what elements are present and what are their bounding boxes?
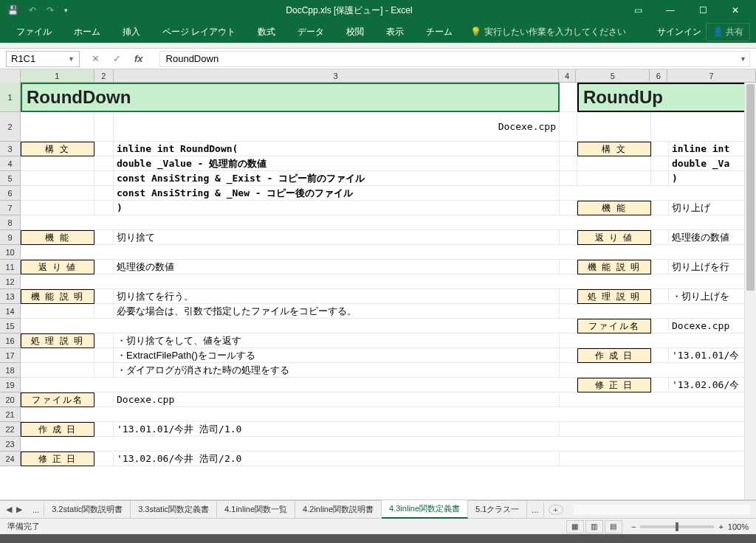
cell[interactable]	[94, 156, 114, 171]
row-header-17[interactable]: 17	[0, 348, 20, 363]
row-header-5[interactable]: 5	[0, 171, 20, 186]
col-header-4[interactable]: 4	[559, 69, 577, 82]
scrollbar-thumb[interactable]	[746, 84, 755, 291]
cell[interactable]	[651, 260, 669, 274]
cell-created[interactable]: '13.01.01/今井 浩司/1.0	[114, 422, 560, 437]
normal-view-icon[interactable]: ▦	[566, 520, 584, 533]
sheet-tab-ellipsis[interactable]: ...	[28, 502, 44, 517]
cell-syntax-0[interactable]: inline int RoundDown(	[114, 142, 560, 156]
cell[interactable]	[21, 201, 94, 215]
cell[interactable]	[560, 112, 577, 142]
row-header-23[interactable]: 23	[0, 437, 20, 452]
row-header-10[interactable]: 10	[0, 245, 20, 260]
save-icon[interactable]: 💾	[7, 5, 18, 15]
cell[interactable]	[560, 348, 577, 363]
cell[interactable]	[651, 201, 669, 215]
cell-func-r[interactable]: 切り上げ	[669, 201, 756, 215]
label-desc-right[interactable]: 機 能 説 明	[577, 260, 651, 274]
cell[interactable]	[560, 230, 577, 245]
label-ret-right[interactable]: 返 り 値	[577, 230, 651, 245]
cell[interactable]	[21, 274, 756, 289]
tab-view[interactable]: 表示	[376, 21, 414, 43]
share-button[interactable]: 👤 共有	[706, 23, 750, 41]
cell[interactable]	[21, 348, 94, 363]
cell[interactable]	[560, 422, 756, 437]
cancel-formula-icon[interactable]: ✕	[87, 52, 104, 66]
cell-file[interactable]: Docexe.cpp	[114, 112, 560, 142]
sheet-tab-0[interactable]: 3.2static関数説明書	[44, 501, 131, 518]
cell[interactable]	[560, 452, 756, 466]
label-proc-right[interactable]: 処 理 説 明	[577, 289, 651, 304]
label-syntax-left[interactable]: 構 文	[21, 142, 94, 156]
cell[interactable]	[94, 348, 114, 363]
cell[interactable]	[560, 186, 756, 201]
cell[interactable]	[94, 112, 114, 142]
tab-insert[interactable]: 挿入	[112, 21, 151, 43]
row-header-14[interactable]: 14	[0, 304, 20, 319]
cell[interactable]	[577, 156, 651, 171]
row-header-6[interactable]: 6	[0, 186, 20, 201]
cell-proc-r[interactable]: ・切り上げを	[669, 289, 756, 304]
cell[interactable]	[560, 83, 577, 112]
cell[interactable]	[21, 363, 94, 378]
cell-syntax-r3[interactable]: )	[669, 171, 756, 186]
cell[interactable]	[651, 142, 669, 156]
tab-data[interactable]: データ	[287, 21, 334, 43]
signin-link[interactable]: サインイン	[657, 26, 701, 38]
row-header-1[interactable]: 1	[0, 83, 20, 112]
cell[interactable]	[560, 363, 756, 378]
nav-next-icon[interactable]: ▶	[15, 505, 24, 514]
zoom-value[interactable]: 100%	[728, 522, 749, 531]
sheet-tab-4[interactable]: 4.3inline関数定義書	[382, 500, 468, 519]
cell-proc3[interactable]: ・ダイアログが消された時の処理をする	[114, 363, 560, 378]
cell[interactable]	[560, 304, 756, 319]
zoom-in-icon[interactable]: +	[718, 522, 723, 531]
sheet-tab-5[interactable]: 5.1クラス一	[468, 501, 527, 518]
zoom-out-icon[interactable]: −	[631, 522, 636, 531]
label-ret-left[interactable]: 返 り 値	[21, 260, 94, 274]
cell[interactable]	[560, 289, 577, 304]
sheet-tab-2[interactable]: 4.1inline関数一覧	[217, 501, 295, 518]
col-header-7[interactable]: 7	[667, 69, 756, 82]
cell[interactable]	[577, 112, 651, 142]
cell[interactable]	[21, 215, 756, 230]
cell-filename[interactable]: Docexe.cpp	[114, 392, 560, 407]
col-header-2[interactable]: 2	[94, 69, 114, 82]
cell[interactable]	[21, 407, 756, 422]
cell[interactable]	[94, 304, 114, 319]
label-syntax-right[interactable]: 構 文	[577, 142, 651, 156]
maximize-icon[interactable]: ☐	[688, 5, 718, 15]
row-header-2[interactable]: 2	[0, 112, 20, 142]
col-header-1[interactable]: 1	[21, 69, 94, 82]
cell[interactable]	[651, 378, 669, 392]
cell[interactable]	[21, 112, 94, 142]
close-icon[interactable]: ✕	[721, 5, 750, 15]
cell-title-right[interactable]: RoundUp	[577, 83, 756, 112]
page-break-view-icon[interactable]: ▤	[605, 520, 622, 533]
cell-syntax-1[interactable]: double _Value - 処理前の数値	[114, 156, 560, 171]
cell-syntax-4[interactable]: )	[114, 201, 560, 215]
tellme-search[interactable]: 💡 実行したい作業を入力してください	[464, 26, 632, 38]
cell[interactable]	[560, 260, 577, 274]
add-sheet-button[interactable]: +	[549, 505, 563, 515]
cell[interactable]	[94, 230, 114, 245]
row-header-13[interactable]: 13	[0, 289, 20, 304]
row-header-3[interactable]: 3	[0, 142, 20, 156]
label-filename-right[interactable]: ファイル名	[577, 319, 651, 333]
row-header-19[interactable]: 19	[0, 378, 20, 392]
cell[interactable]	[21, 186, 94, 201]
cell[interactable]	[560, 392, 756, 407]
cell-desc2[interactable]: 必要な場合は、引数で指定したファイルをコピーする。	[114, 304, 560, 319]
cell-ret-r[interactable]: 処理後の数値	[669, 230, 756, 245]
cell[interactable]	[94, 186, 114, 201]
label-func-right[interactable]: 機 能	[577, 201, 651, 215]
cell-syntax-r2[interactable]: double _Va	[669, 156, 756, 171]
col-header-6[interactable]: 6	[650, 69, 667, 82]
tab-file[interactable]: ファイル	[6, 21, 62, 43]
cell[interactable]	[94, 171, 114, 186]
row-header-12[interactable]: 12	[0, 274, 20, 289]
cell[interactable]	[94, 363, 114, 378]
zoom-knob[interactable]	[676, 522, 678, 531]
cell[interactable]	[21, 156, 94, 171]
tab-formulas[interactable]: 数式	[247, 21, 286, 43]
